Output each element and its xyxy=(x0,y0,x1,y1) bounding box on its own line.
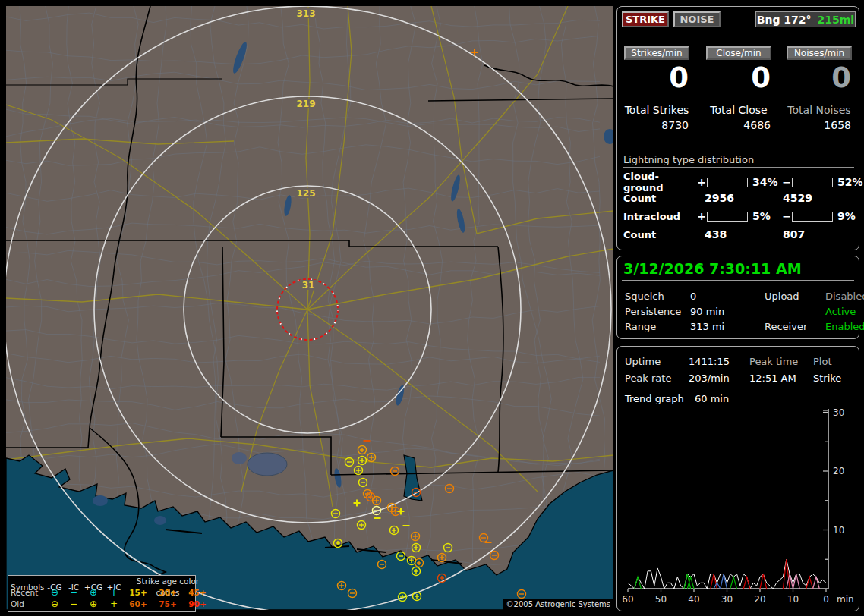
close-per-min-button[interactable]: Close/min xyxy=(706,46,771,60)
ring-label: 313 xyxy=(295,8,317,19)
upload-label: Upload xyxy=(765,291,825,302)
range-label: Range xyxy=(625,321,690,332)
svg-text:0: 0 xyxy=(823,594,829,605)
ring-label: 219 xyxy=(295,99,317,109)
bearing-label: Bng 172° xyxy=(757,14,812,26)
intracloud-counts: Count 438 807 xyxy=(623,225,854,244)
receiver-label: Receiver xyxy=(765,321,825,332)
noises-rate: 0 xyxy=(783,61,856,95)
bearing-display: Bng 172° 215mi xyxy=(755,11,856,27)
cloud-ground-label: Cloud-ground xyxy=(623,171,696,193)
cg-negative-count: 4529 xyxy=(774,192,854,204)
recent-pos-ic-icon: + xyxy=(104,587,124,599)
trend-graph: 1020306050403020100min xyxy=(617,347,859,611)
strikes-rate: 0 xyxy=(620,61,693,95)
total-close-label: Total Close xyxy=(702,104,775,116)
legend-row-old: Old xyxy=(8,599,45,610)
total-noises-label: Total Noises xyxy=(783,104,856,116)
svg-text:219: 219 xyxy=(296,99,315,109)
strikes-per-min-button[interactable]: Strikes/min xyxy=(624,46,689,60)
minus-sign: − xyxy=(781,210,792,222)
svg-text:313: 313 xyxy=(296,8,315,19)
svg-text:20: 20 xyxy=(833,466,844,476)
age-90: 90+ xyxy=(183,599,212,610)
status-row: Squelch 0 Upload Disabled xyxy=(625,288,856,303)
status-panel: 3/12/2026 7:30:11 AM Squelch 0 Upload Di… xyxy=(616,256,859,339)
count-label: Count xyxy=(623,193,696,204)
svg-text:10: 10 xyxy=(787,594,799,605)
age-30: 30+ xyxy=(153,587,183,599)
legend-row-recent: Recent xyxy=(8,587,45,599)
ring-label: 125 xyxy=(295,188,317,199)
upload-status: Disabled xyxy=(825,291,864,302)
old-pos-cg-icon: ⊕ xyxy=(83,599,104,610)
plus-sign: + xyxy=(696,210,707,222)
cloud-ground-counts: Count 2956 4529 xyxy=(623,189,854,207)
map-canvas: 31321912531 xyxy=(6,6,613,610)
cg-positive-bar xyxy=(707,178,748,187)
cg-positive-count: 2956 xyxy=(696,192,774,204)
datetime-display: 3/12/2026 7:30:11 AM xyxy=(623,260,802,277)
cg-negative-pct: 52% xyxy=(834,176,862,188)
noises-per-min-button[interactable]: Noises/min xyxy=(787,46,852,60)
svg-text:31: 31 xyxy=(302,280,315,291)
ic-negative-count: 807 xyxy=(774,228,854,240)
squelch-label: Squelch xyxy=(625,291,690,302)
total-noises-value: 1658 xyxy=(783,119,856,131)
recent-pos-cg-icon: ⊕ xyxy=(83,587,104,599)
old-neg-cg-icon: ⊖ xyxy=(45,599,65,610)
svg-text:60: 60 xyxy=(622,594,633,605)
noise-mode-button[interactable]: NOISE xyxy=(673,11,721,27)
total-close-value: 4686 xyxy=(702,119,775,131)
old-neg-ic-icon: − xyxy=(65,599,83,610)
age-15: 15+ xyxy=(124,587,153,599)
svg-text:10: 10 xyxy=(833,525,844,536)
svg-text:20: 20 xyxy=(754,594,765,605)
persistence-label: Persistence xyxy=(625,306,690,317)
status-row: Persistence 90 min Active xyxy=(625,303,856,319)
ic-negative-pct: 9% xyxy=(834,210,862,222)
cg-negative-bar xyxy=(792,178,833,187)
ic-positive-count: 438 xyxy=(696,228,774,240)
svg-text:125: 125 xyxy=(296,188,315,199)
age-45: 45+ xyxy=(183,587,212,599)
old-pos-ic-icon: + xyxy=(104,599,124,610)
recent-neg-ic-icon: − xyxy=(65,587,83,599)
total-strikes-label: Total Strikes xyxy=(620,104,693,116)
bearing-distance: 215mi xyxy=(818,14,855,26)
plus-sign: + xyxy=(696,176,707,188)
svg-text:40: 40 xyxy=(688,594,699,605)
svg-text:min: min xyxy=(837,594,854,605)
receiver-status: Enabled xyxy=(825,321,864,332)
capture-status: Active xyxy=(825,306,856,317)
app-window: 31321912531 Symbols -CG -IC +CG +IC Stri… xyxy=(0,0,864,616)
ic-positive-bar xyxy=(707,212,748,222)
intracloud-label: Intracloud xyxy=(623,211,696,222)
distribution-title: Lightning type distribution xyxy=(623,154,854,168)
age-75: 75+ xyxy=(153,599,183,610)
ring-label: 31 xyxy=(300,280,317,291)
ic-positive-pct: 5% xyxy=(749,210,781,222)
strike-mode-button[interactable]: STRIKE xyxy=(622,11,669,27)
close-rate: 0 xyxy=(702,61,775,95)
copyright-text: ©2005 Astrogenic Systems xyxy=(503,599,613,610)
noises-column: Noises/min 0 Total Noises 1658 xyxy=(783,46,856,131)
cg-positive-pct: 34% xyxy=(749,176,781,188)
intracloud-row: Intracloud + 5% − 9% xyxy=(623,207,854,225)
strikes-column: Strikes/min 0 Total Strikes 8730 xyxy=(620,46,693,131)
ic-negative-bar xyxy=(792,212,833,222)
strike-counter-panel: STRIKE NOISE Bng 172° 215mi Strikes/min … xyxy=(616,6,859,250)
cloud-ground-row: Cloud-ground + 34% − 52% xyxy=(623,171,854,189)
count-label: Count xyxy=(623,229,696,240)
total-strikes-value: 8730 xyxy=(620,119,693,131)
symbols-legend: Symbols -CG -IC +CG +IC Strike age color… xyxy=(8,575,196,612)
squelch-value: 0 xyxy=(690,291,765,302)
range-value: 313 mi xyxy=(690,321,765,332)
svg-text:50: 50 xyxy=(655,594,667,605)
minus-sign: − xyxy=(781,176,792,188)
lightning-distribution: Lightning type distribution Cloud-ground… xyxy=(623,154,854,244)
map-view[interactable]: 31321912531 Symbols -CG -IC +CG +IC Stri… xyxy=(6,6,613,610)
recent-neg-cg-icon: ⊖ xyxy=(45,587,65,599)
age-60: 60+ xyxy=(124,599,153,610)
status-row: Range 313 mi Receiver Enabled xyxy=(625,319,856,334)
